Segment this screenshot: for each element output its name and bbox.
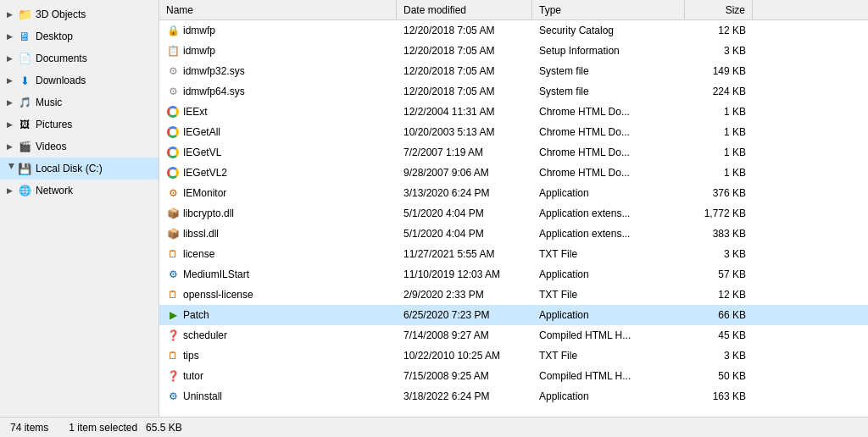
table-row[interactable]: IEExt 12/2/2004 11:31 AM Chrome HTML Do.… <box>159 102 868 122</box>
file-name: IEExt <box>183 106 208 118</box>
table-row[interactable]: IEGetVL 7/2/2007 1:19 AM Chrome HTML Do.… <box>159 142 868 163</box>
file-type: Application <box>532 386 685 407</box>
file-name-cell: IEGetVL <box>159 142 397 163</box>
file-type-icon: ⚙ <box>166 186 180 200</box>
sidebar-item-3d-objects[interactable]: ▶ 📁 3D Objects <box>0 3 159 25</box>
table-row[interactable]: 🗒 license 11/27/2021 5:55 AM TXT File 3 … <box>159 244 868 264</box>
file-type-icon: ❓ <box>166 329 180 342</box>
file-name: idmwfp64.sys <box>183 86 245 97</box>
file-date: 9/28/2007 9:06 AM <box>397 163 532 183</box>
table-row[interactable]: ⚙ MediumILStart 11/10/2019 12:03 AM Appl… <box>159 264 868 285</box>
header-type[interactable]: Type <box>532 0 685 19</box>
table-row[interactable]: ⚙ IEMonitor 3/13/2020 6:24 PM Applicatio… <box>159 183 868 203</box>
table-row[interactable]: ❓ tutor 7/15/2008 9:25 AM Compiled HTML … <box>159 366 868 386</box>
expander-icon: ▶ <box>7 76 17 85</box>
sidebar-item-desktop[interactable]: ▶ 🖥 Desktop <box>0 25 159 47</box>
file-name: tips <box>183 350 199 362</box>
table-row[interactable]: 📦 libssl.dll 5/1/2020 4:04 PM Applicatio… <box>159 224 868 244</box>
expander-icon: ▶ <box>7 32 17 41</box>
file-date: 2/9/2020 2:33 PM <box>397 285 532 305</box>
table-row[interactable]: ⚙ Uninstall 3/18/2022 6:24 PM Applicatio… <box>159 386 868 407</box>
sidebar-item-videos[interactable]: ▶ 🎬 Videos <box>0 136 159 158</box>
file-name-cell: ⚙ IEMonitor <box>159 183 397 203</box>
table-row[interactable]: ⚙ idmwfp32.sys 12/20/2018 7:05 AM System… <box>159 61 868 81</box>
file-date: 7/15/2008 9:25 AM <box>397 366 532 386</box>
file-name-cell: IEExt <box>159 102 397 122</box>
sidebar-item-documents[interactable]: ▶ 📄 Documents <box>0 47 159 69</box>
file-date: 10/22/2010 10:25 AM <box>397 346 532 366</box>
file-name-cell: ▶ Patch <box>159 305 397 325</box>
expander-icon: ▶ <box>7 142 17 151</box>
file-type: System file <box>532 81 685 102</box>
file-name: MediumILStart <box>183 268 249 280</box>
documents-icon: 📄 <box>17 52 32 65</box>
file-type-icon: 🗒 <box>166 288 180 301</box>
file-type-icon: ⚙ <box>166 390 180 403</box>
table-row[interactable]: ⚙ idmwfp64.sys 12/20/2018 7:05 AM System… <box>159 81 868 102</box>
file-name: IEGetVL2 <box>183 167 227 179</box>
file-type-icon: 🗒 <box>166 247 180 261</box>
file-size: 3 KB <box>685 346 753 366</box>
file-type-icon: 🔒 <box>166 24 180 37</box>
file-size: 3 KB <box>685 244 753 264</box>
file-type-icon: ❓ <box>166 369 180 383</box>
file-type: Application extens... <box>532 224 685 244</box>
file-type: Chrome HTML Do... <box>532 102 685 122</box>
file-type: Chrome HTML Do... <box>532 122 685 142</box>
table-row[interactable]: ❓ scheduler 7/14/2008 9:27 AM Compiled H… <box>159 325 868 346</box>
file-date: 12/20/2018 7:05 AM <box>397 20 532 41</box>
table-row[interactable]: 📦 libcrypto.dll 5/1/2020 4:04 PM Applica… <box>159 203 868 224</box>
file-name: IEGetAll <box>183 126 220 138</box>
file-name: license <box>183 248 214 260</box>
file-name-cell: 📋 idmwfp <box>159 41 397 61</box>
table-row[interactable]: 📋 idmwfp 12/20/2018 7:05 AM Setup Inform… <box>159 41 868 61</box>
file-type: Chrome HTML Do... <box>532 142 685 163</box>
sidebar-item-local-disk[interactable]: ▶ 💾 Local Disk (C:) <box>0 158 159 180</box>
table-row[interactable]: ▶ Patch 6/25/2020 7:23 PM Application 66… <box>159 305 868 325</box>
table-row[interactable]: 🗒 openssl-license 2/9/2020 2:33 PM TXT F… <box>159 285 868 305</box>
file-type: Chrome HTML Do... <box>532 163 685 183</box>
sidebar-item-label: Desktop <box>36 30 73 42</box>
header-date[interactable]: Date modified <box>397 0 532 19</box>
sidebar-item-label: Local Disk (C:) <box>36 163 103 174</box>
file-date: 12/20/2018 7:05 AM <box>397 81 532 102</box>
sidebar-item-network[interactable]: ▶ 🌐 Network <box>0 180 159 202</box>
sidebar-item-music[interactable]: ▶ 🎵 Music <box>0 91 159 113</box>
file-date: 7/2/2007 1:19 AM <box>397 142 532 163</box>
table-row[interactable]: 🔒 idmwfp 12/20/2018 7:05 AM Security Cat… <box>159 20 868 41</box>
chrome-icon <box>166 125 180 139</box>
sidebar-item-label: Pictures <box>36 119 72 130</box>
file-name-cell: ⚙ idmwfp64.sys <box>159 81 397 102</box>
table-row[interactable]: IEGetVL2 9/28/2007 9:06 AM Chrome HTML D… <box>159 163 868 183</box>
expander-icon: ▶ <box>7 54 17 63</box>
file-type-icon: 📋 <box>166 44 180 58</box>
header-size[interactable]: Size <box>685 0 753 19</box>
file-name-cell: ⚙ Uninstall <box>159 386 397 407</box>
file-name-cell: ❓ scheduler <box>159 325 397 346</box>
file-name: IEGetVL <box>183 147 221 158</box>
file-name-cell: 🔒 idmwfp <box>159 20 397 41</box>
item-count: 74 items <box>10 422 48 434</box>
expander-icon: ▶ <box>7 186 17 195</box>
file-size: 163 KB <box>685 386 753 407</box>
sidebar-item-label: Network <box>36 185 73 196</box>
file-type-icon: 📦 <box>166 227 180 241</box>
table-row[interactable]: IEGetAll 10/20/2003 5:13 AM Chrome HTML … <box>159 122 868 142</box>
file-name-cell: ⚙ MediumILStart <box>159 264 397 285</box>
file-name: tutor <box>183 370 203 382</box>
table-row[interactable]: 🗒 tips 10/22/2010 10:25 AM TXT File 3 KB <box>159 346 868 366</box>
sidebar-item-label: 3D Objects <box>36 8 86 20</box>
file-list-header: Name Date modified Type Size <box>159 0 868 20</box>
file-size: 224 KB <box>685 81 753 102</box>
music-icon: 🎵 <box>17 96 32 109</box>
sidebar-item-downloads[interactable]: ▶ ⬇ Downloads <box>0 69 159 91</box>
expander-icon: ▶ <box>7 120 17 129</box>
sidebar-item-pictures[interactable]: ▶ 🖼 Pictures <box>0 113 159 136</box>
file-list-body: 🔒 idmwfp 12/20/2018 7:05 AM Security Cat… <box>159 20 868 417</box>
header-name[interactable]: Name <box>159 0 397 19</box>
file-size: 12 KB <box>685 20 753 41</box>
file-date: 11/10/2019 12:03 AM <box>397 264 532 285</box>
file-name: idmwfp <box>183 25 215 36</box>
file-type-icon: ⚙ <box>166 85 180 98</box>
chrome-icon <box>166 105 180 119</box>
